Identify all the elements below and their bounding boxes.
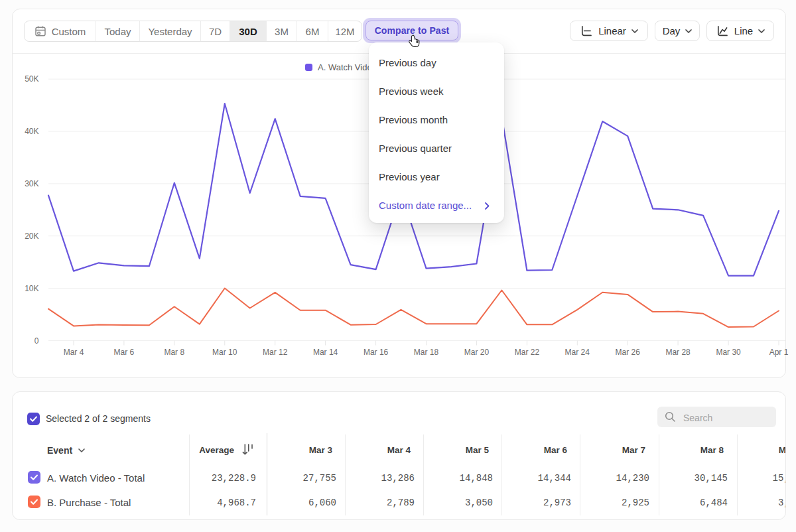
- svg-text:Mar 26: Mar 26: [616, 348, 641, 357]
- svg-text:Mar 12: Mar 12: [263, 348, 288, 357]
- svg-text:10K: 10K: [25, 284, 38, 293]
- svg-text:0: 0: [34, 336, 39, 346]
- svg-text:20K: 20K: [25, 232, 38, 241]
- svg-text:Mar 18: Mar 18: [414, 348, 439, 357]
- svg-text:Mar 16: Mar 16: [364, 348, 389, 357]
- svg-text:Apr 1: Apr 1: [769, 348, 789, 357]
- svg-text:40K: 40K: [25, 127, 38, 136]
- svg-text:Mar 28: Mar 28: [665, 348, 691, 357]
- svg-text:Mar 4: Mar 4: [64, 348, 84, 357]
- svg-text:Mar 22: Mar 22: [515, 348, 540, 357]
- svg-text:Mar 14: Mar 14: [313, 348, 338, 357]
- svg-text:Mar 6: Mar 6: [114, 348, 135, 357]
- svg-text:Mar 8: Mar 8: [164, 348, 184, 357]
- svg-text:Mar 24: Mar 24: [565, 348, 590, 357]
- svg-text:50K: 50K: [25, 74, 38, 84]
- svg-text:Mar 10: Mar 10: [212, 348, 237, 357]
- svg-text:Mar 20: Mar 20: [464, 348, 490, 357]
- svg-text:Mar 30: Mar 30: [716, 348, 741, 357]
- svg-text:30K: 30K: [25, 179, 38, 188]
